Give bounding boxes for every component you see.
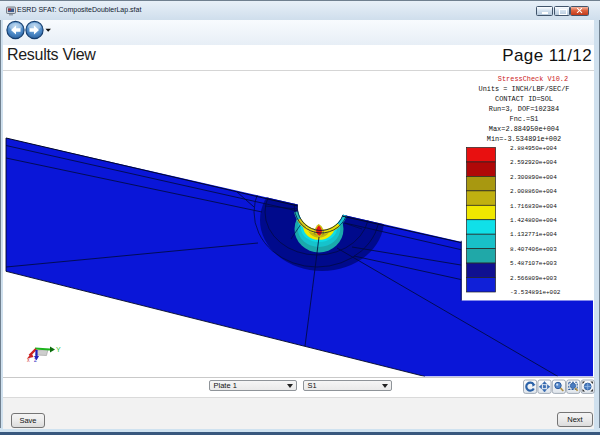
svg-text:Units = INCH/LBF/SEC/F: Units = INCH/LBF/SEC/F bbox=[479, 85, 570, 93]
svg-text:X: X bbox=[27, 358, 30, 363]
svg-text:StressCheck V10.2: StressCheck V10.2 bbox=[498, 75, 568, 83]
svg-text:2.008860e+004: 2.008860e+004 bbox=[510, 188, 557, 195]
svg-text:2.566809e+003: 2.566809e+003 bbox=[510, 275, 557, 282]
svg-text:1.132771e+004: 1.132771e+004 bbox=[510, 231, 557, 238]
svg-text:CONTACT ID=SOL: CONTACT ID=SOL bbox=[495, 95, 553, 103]
svg-text:Y: Y bbox=[56, 346, 61, 353]
svg-text:2.592920e+004: 2.592920e+004 bbox=[510, 159, 557, 166]
svg-text:1.716830e+004: 1.716830e+004 bbox=[510, 203, 557, 210]
svg-text:Fnc.=S1: Fnc.=S1 bbox=[510, 115, 539, 123]
svg-text:2.300890e+004: 2.300890e+004 bbox=[510, 174, 557, 181]
svg-text:Max=2.884950e+004: Max=2.884950e+004 bbox=[489, 125, 559, 133]
svg-text:8.407406e+003: 8.407406e+003 bbox=[510, 246, 557, 253]
svg-text:Min=-3.534891e+002: Min=-3.534891e+002 bbox=[487, 135, 561, 143]
svg-text:-3.534891e+002: -3.534891e+002 bbox=[510, 289, 561, 296]
svg-text:5.487107e+003: 5.487107e+003 bbox=[510, 260, 557, 267]
svg-text:Run=3, DOF=102384: Run=3, DOF=102384 bbox=[489, 105, 559, 113]
svg-text:2.884950e+004: 2.884950e+004 bbox=[510, 145, 557, 152]
svg-text:Z: Z bbox=[34, 358, 37, 363]
svg-text:1.424800e+004: 1.424800e+004 bbox=[510, 217, 557, 224]
